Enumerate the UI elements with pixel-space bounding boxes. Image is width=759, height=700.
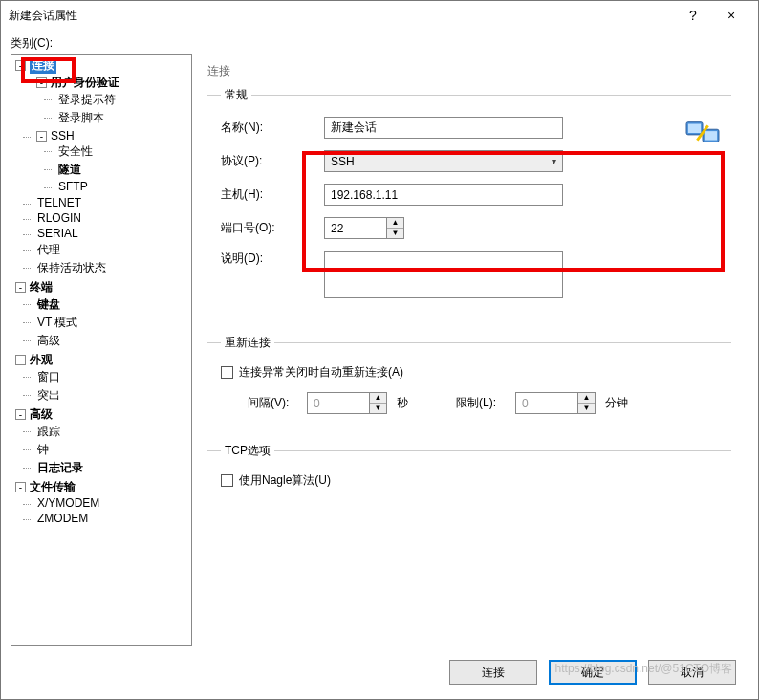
tree-file-transfer[interactable]: 文件传输 <box>29 479 76 495</box>
chevron-down-icon: ▾ <box>552 156 556 166</box>
tree-proxy[interactable]: 代理 <box>36 242 61 258</box>
tree-advanced[interactable]: 高级 <box>29 406 54 423</box>
general-legend: 常规 <box>221 87 251 103</box>
expand-icon[interactable]: - <box>36 131 47 142</box>
tree-tunnel[interactable]: 隧道 <box>57 162 82 178</box>
spin-down-icon[interactable]: ▼ <box>387 229 403 238</box>
interval-input[interactable] <box>307 392 370 414</box>
protocol-value: SSH <box>331 155 355 168</box>
name-label: 名称(N): <box>221 120 316 136</box>
spin-down-icon[interactable]: ▼ <box>578 404 595 413</box>
expand-icon[interactable]: - <box>15 482 26 492</box>
svg-rect-3 <box>705 131 717 140</box>
tree-advanced-term[interactable]: 高级 <box>36 333 61 349</box>
panel-heading: 连接 <box>207 59 731 87</box>
tree-ssh[interactable]: SSH <box>50 129 76 142</box>
spin-down-icon[interactable]: ▼ <box>370 404 386 413</box>
cancel-button[interactable]: 取消 <box>648 660 736 685</box>
tree-zmodem[interactable]: ZMODEM <box>36 512 89 525</box>
tree-highlight[interactable]: 突出 <box>36 387 61 404</box>
nagle-label: 使用Nagle算法(U) <box>239 472 331 489</box>
reconnect-group: 重新连接 连接异常关闭时自动重新连接(A) 间隔(V): ▲▼ 秒 限制(L): <box>207 335 731 433</box>
limit-label: 限制(L): <box>456 395 506 411</box>
svg-rect-1 <box>688 124 701 133</box>
tree-clock[interactable]: 钟 <box>36 442 50 458</box>
nagle-checkbox[interactable] <box>221 474 233 487</box>
settings-panel: 连接 常规 名称(N): 协议(P): SSH ▾ 主机(H): <box>200 54 748 646</box>
protocol-select[interactable]: SSH ▾ <box>324 150 563 172</box>
interval-unit: 秒 <box>397 395 408 411</box>
name-input[interactable] <box>324 117 563 139</box>
tree-security[interactable]: 安全性 <box>57 143 94 160</box>
spin-up-icon[interactable]: ▲ <box>370 393 386 404</box>
limit-unit: 分钟 <box>605 395 628 411</box>
expand-icon[interactable]: - <box>15 60 26 71</box>
port-input[interactable] <box>324 217 387 239</box>
connect-button[interactable]: 连接 <box>449 660 537 685</box>
tree-logging[interactable]: 日志记录 <box>36 460 84 476</box>
tree-sftp[interactable]: SFTP <box>57 180 89 193</box>
ok-button[interactable]: 确定 <box>549 660 637 685</box>
tree-appearance[interactable]: 外观 <box>29 352 54 368</box>
connection-icon <box>684 117 721 149</box>
tree-user-auth[interactable]: 用户身份验证 <box>50 75 120 91</box>
tree-xymodem[interactable]: X/YMODEM <box>36 496 100 510</box>
category-tree[interactable]: -连接 -用户身份验证 登录提示符 登录脚本 -SSH 安全性 隧道 <box>11 54 192 646</box>
tree-trace[interactable]: 跟踪 <box>36 424 61 440</box>
expand-icon[interactable]: - <box>15 355 26 365</box>
tcp-group: TCP选项 使用Nagle算法(U) <box>207 443 731 515</box>
reconnect-legend: 重新连接 <box>221 335 274 351</box>
host-input[interactable] <box>324 184 563 206</box>
spin-up-icon[interactable]: ▲ <box>387 218 403 229</box>
tree-vt-mode[interactable]: VT 模式 <box>36 315 78 331</box>
tree-telnet[interactable]: TELNET <box>36 196 82 209</box>
general-group: 常规 名称(N): 协议(P): SSH ▾ 主机(H): <box>207 87 731 325</box>
tree-keyboard[interactable]: 键盘 <box>36 296 61 313</box>
help-button[interactable]: ? <box>674 8 712 23</box>
tree-connection: 连接 <box>29 57 57 74</box>
interval-label: 间隔(V): <box>248 395 297 411</box>
expand-icon[interactable]: - <box>15 282 26 293</box>
expand-icon[interactable]: - <box>15 409 26 420</box>
limit-input[interactable] <box>515 392 578 414</box>
tree-keepalive[interactable]: 保持活动状态 <box>36 260 107 276</box>
tree-login-prompt[interactable]: 登录提示符 <box>57 92 117 108</box>
tree-window[interactable]: 窗口 <box>36 369 61 385</box>
close-button[interactable]: × <box>712 8 750 23</box>
spin-up-icon[interactable]: ▲ <box>578 393 595 404</box>
title-bar: 新建会话属性 ? × <box>1 1 758 30</box>
category-label: 类别(C): <box>11 35 748 52</box>
tree-rlogin[interactable]: RLOGIN <box>36 211 82 225</box>
expand-icon[interactable]: - <box>36 77 47 88</box>
port-label: 端口号(O): <box>221 220 316 236</box>
host-label: 主机(H): <box>221 186 316 203</box>
tree-terminal[interactable]: 终端 <box>29 279 54 295</box>
window-title: 新建会话属性 <box>9 8 674 24</box>
tcp-legend: TCP选项 <box>221 443 274 459</box>
auto-reconnect-label: 连接异常关闭时自动重新连接(A) <box>239 364 403 381</box>
protocol-label: 协议(P): <box>221 153 316 169</box>
desc-input[interactable] <box>324 251 563 298</box>
desc-label: 说明(D): <box>221 251 316 267</box>
tree-login-script[interactable]: 登录脚本 <box>57 110 105 126</box>
auto-reconnect-checkbox[interactable] <box>221 366 233 379</box>
tree-serial[interactable]: SERIAL <box>36 227 79 240</box>
